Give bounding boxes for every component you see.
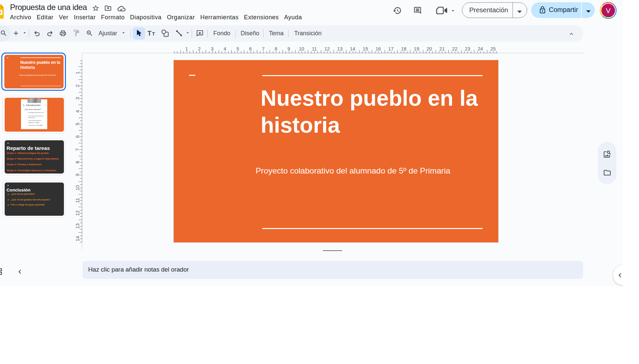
svg-text:T: T [147, 30, 151, 37]
svg-text:T: T [152, 31, 155, 37]
svg-text:V: V [606, 7, 610, 14]
